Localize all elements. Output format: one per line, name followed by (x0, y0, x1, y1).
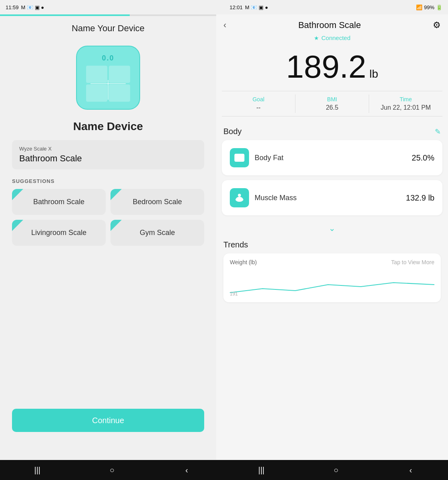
scale-body (86, 66, 130, 102)
chart-area: 191 (230, 269, 434, 297)
body-fat-icon (233, 152, 245, 164)
muscle-icon (233, 192, 245, 204)
metric-body-fat-left: Body Fat (230, 148, 283, 167)
device-name-input-group[interactable]: Wyze Scale X Bathroom Scale (12, 140, 204, 169)
metric-body-fat: Body Fat 25.0% (222, 140, 442, 175)
scale-display-text: 0.0 (102, 54, 114, 62)
body-section-title: Body (223, 127, 242, 136)
scale-line-v (108, 80, 108, 100)
stat-bmi-label: BMI (299, 96, 366, 102)
right-title: Bathroom Scale (298, 20, 361, 30)
chart-card[interactable]: Weight (lb) Tap to View More 191 (223, 253, 441, 302)
input-label: Wyze Scale X (19, 146, 197, 152)
stat-goal: Goal -- (222, 91, 295, 116)
chart-svg (230, 273, 434, 297)
bluetooth-status: ★ Connected (216, 34, 448, 41)
status-bar: 11:59 M 📧 ▣ ● 12:01 M 📧 ▣ ● 📶 99% 🔋 (0, 0, 448, 14)
svg-rect-0 (235, 154, 245, 162)
left-header: Name Your Device (0, 16, 216, 38)
muscle-mass-value: 132.9 lb (406, 193, 434, 203)
chart-y-value: 191 (230, 291, 238, 297)
suggestions-grid: Bathroom Scale Bedroom Scale Livingroom … (12, 189, 204, 246)
left-panel: Name Your Device 0.0 Name Device Wyze Sc… (0, 14, 216, 460)
left-title: Name Your Device (72, 23, 145, 34)
trends-title: Trends (223, 240, 441, 249)
scale-q1 (86, 66, 107, 83)
chart-y-label: Weight (lb) (230, 259, 257, 265)
icons-right: M 📧 ▣ ● (245, 4, 268, 10)
body-section-header: Body ✎ (216, 125, 448, 140)
stat-bmi: BMI 26.5 (295, 91, 369, 116)
bt-status-text: Connected (321, 34, 351, 41)
name-device-heading: Name Device (73, 120, 143, 133)
right-panel: ‹ Bathroom Scale ⚙ ★ Connected 189.2 lb … (216, 14, 448, 460)
body-fat-value: 25.0% (412, 153, 434, 163)
svg-point-2 (238, 194, 241, 197)
body-fat-icon-wrap (230, 148, 249, 167)
status-bar-left: 11:59 M 📧 ▣ ● (0, 0, 224, 14)
chevron-down-icon: ⌄ (329, 223, 335, 233)
nav-recent-apps-left[interactable]: ||| (25, 460, 49, 480)
time-left: 11:59 (6, 4, 19, 10)
suggestion-livingroom-scale[interactable]: Livingroom Scale (12, 220, 106, 246)
scale-q3 (86, 84, 107, 102)
bottom-nav-left: ||| ○ ‹ (0, 460, 224, 480)
stat-time: Time Jun 22, 12:01 PM (369, 91, 442, 116)
bottom-nav: ||| ○ ‹ ||| ○ ‹ (0, 460, 448, 480)
nav-back-right[interactable]: ‹ (399, 460, 423, 480)
icons-left: M 📧 ▣ ● (21, 4, 44, 10)
muscle-icon-wrap (230, 188, 249, 207)
weight-unit: lb (370, 68, 378, 80)
muscle-mass-name: Muscle Mass (255, 194, 297, 202)
nav-recent-apps-right[interactable]: ||| (249, 460, 273, 480)
weight-display: 189.2 lb (216, 51, 448, 83)
input-value[interactable]: Bathroom Scale (19, 153, 197, 164)
bottom-nav-right: ||| ○ ‹ (224, 460, 448, 480)
status-bar-right: 12:01 M 📧 ▣ ● 📶 99% 🔋 (224, 0, 448, 14)
settings-button[interactable]: ⚙ (433, 20, 441, 30)
continue-button[interactable]: Continue (12, 409, 204, 432)
scale-q2 (109, 66, 130, 83)
chart-tap-label: Tap to View More (391, 259, 434, 265)
nav-home-left[interactable]: ○ (100, 460, 124, 480)
chart-header: Weight (lb) Tap to View More (230, 259, 434, 265)
stat-bmi-value: 26.5 (299, 104, 366, 111)
stats-row: Goal -- BMI 26.5 Time Jun 22, 12:01 PM (222, 91, 442, 116)
scale-image: 0.0 (76, 46, 140, 110)
body-edit-icon[interactable]: ✎ (435, 127, 441, 136)
right-header: ‹ Bathroom Scale ⚙ (216, 14, 448, 34)
battery-right: 📶 99% 🔋 (416, 4, 442, 10)
scale-q4 (109, 84, 130, 102)
suggestion-bedroom-scale[interactable]: Bedroom Scale (110, 189, 204, 215)
main-panels: Name Your Device 0.0 Name Device Wyze Sc… (0, 14, 448, 460)
stat-time-value: Jun 22, 12:01 PM (372, 104, 439, 111)
metric-muscle-mass-left: Muscle Mass (230, 188, 297, 207)
trends-section: Trends Weight (lb) Tap to View More 191 (216, 236, 448, 302)
svg-rect-1 (237, 156, 239, 160)
suggestion-bathroom-scale[interactable]: Bathroom Scale (12, 189, 106, 215)
stat-goal-value: -- (225, 104, 292, 111)
suggestions-label: SUGGESTIONS (12, 178, 204, 184)
stat-time-label: Time (372, 96, 439, 102)
nav-home-right[interactable]: ○ (324, 460, 348, 480)
weight-value: 189.2 (286, 51, 366, 83)
suggestion-gym-scale[interactable]: Gym Scale (110, 220, 204, 246)
bluetooth-icon: ★ (314, 35, 319, 41)
stat-goal-label: Goal (225, 96, 292, 102)
nav-back-left[interactable]: ‹ (175, 460, 199, 480)
body-fat-name: Body Fat (255, 154, 283, 162)
back-button[interactable]: ‹ (223, 20, 226, 30)
time-right: 12:01 (230, 4, 243, 10)
expand-button[interactable]: ⌄ (216, 220, 448, 236)
metric-muscle-mass: Muscle Mass 132.9 lb (222, 180, 442, 215)
